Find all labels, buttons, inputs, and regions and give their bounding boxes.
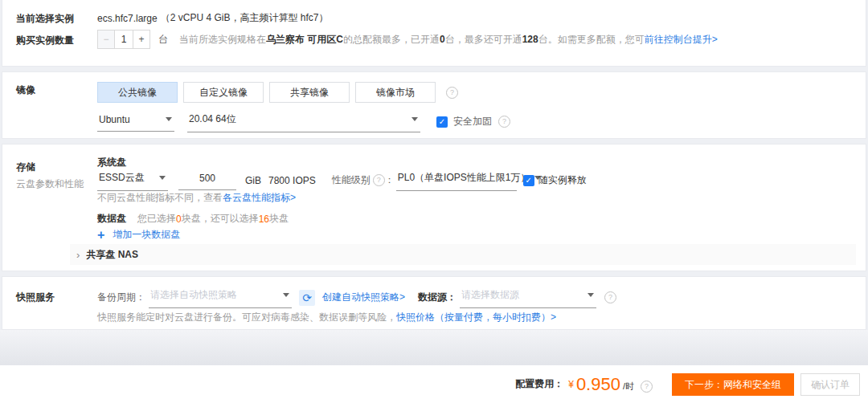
perf-level-label: 性能级别 <box>332 173 371 187</box>
add-data-disk-link[interactable]: 增加一块数据盘 <box>113 228 180 242</box>
snapshot-price-link[interactable]: 快照价格（按量付费，每小时扣费）> <box>396 311 556 324</box>
quantity-row: − 1 + 台 当前所选实例规格在 乌兰察布 可用区C 的总配额最多，已开通 0… <box>97 30 718 49</box>
footer-bar: 配置费用： ¥ 0.950 /时 ? 下一步：网络和安全组 确认订单 <box>0 365 868 403</box>
quota-text-1: 当前所选实例规格在 <box>179 33 266 47</box>
data-disk-text-3: 块盘 <box>269 212 289 226</box>
data-disk-row: 数据盘 您已选择 0 块盘，还可以选择 16 块盘 <box>97 212 289 226</box>
storage-sublabel: 云盘参数和性能 <box>16 177 84 191</box>
perf-level-value: PL0（单盘IOPS性能上限1万） <box>398 171 530 185</box>
backup-policy-placeholder: 请选择自动快照策略 <box>150 288 237 302</box>
quantity-label: 购买实例数量 <box>16 34 74 47</box>
snapshot-config-row: 备份周期： 请选择自动快照策略 ⟳ 创建自动快照策略> 数据源： 请选择数据源 … <box>97 287 616 308</box>
quota-text-3: 台，最多还可开通 <box>445 33 522 47</box>
caret-down-icon <box>283 293 289 297</box>
data-disk-text-2: 块盘，还可以选择 <box>182 212 259 226</box>
quota-text-2: 的总配额最多，已开通 <box>343 33 440 47</box>
perf-colon: ： <box>385 173 395 187</box>
perf-level-select[interactable]: PL0（单盘IOPS性能上限1万） <box>396 169 517 191</box>
next-step-button[interactable]: 下一步：网络和安全组 <box>672 373 794 396</box>
confirm-order-button[interactable]: 确认订单 <box>800 373 860 396</box>
quantity-unit: 台 <box>158 33 168 47</box>
disk-perf-hint-row: 不同云盘性能指标不同，查看 各云盘性能指标> <box>97 191 296 205</box>
data-source-label: 数据源： <box>418 291 457 304</box>
image-label: 镜像 <box>16 83 35 97</box>
security-checkbox[interactable]: ✓ <box>436 116 448 128</box>
os-version-value: 20.04 64位 <box>189 112 236 126</box>
quota-text-4: 台。如需更多配额，您可 <box>538 33 645 47</box>
snapshot-hint: 快照服务能定时对云盘进行备份。可应对病毒感染、数据误删等风险， <box>97 311 396 324</box>
add-icon: + <box>97 229 104 242</box>
os-select[interactable]: Ubuntu <box>97 112 174 132</box>
security-label: 安全加固 <box>453 115 492 128</box>
storage-label: 存储 <box>16 161 35 174</box>
ecs-purchase-page: 当前选择实例 ecs.hfc7.large （2 vCPU 4 GiB，高主频计… <box>0 0 868 403</box>
security-help-icon[interactable]: ? <box>498 116 510 128</box>
quota-opened-count: 0 <box>440 34 445 45</box>
shared-disk-nas-row[interactable]: › 共享盘 NAS <box>70 244 856 265</box>
caret-down-icon <box>159 176 166 180</box>
snapshot-hint-row: 快照服务能定时对云盘进行备份。可应对病毒感染、数据误删等风险， 快照价格（按量付… <box>97 311 556 324</box>
data-disk-selected-count: 0 <box>176 214 182 225</box>
quota-max-count: 128 <box>522 34 538 45</box>
quantity-value[interactable]: 1 <box>115 31 133 48</box>
disk-type-select[interactable]: ESSD云盘 <box>97 169 168 191</box>
disk-iops: 7800 IOPS <box>268 175 316 186</box>
section-storage: 存储 云盘参数和性能 系统盘 ESSD云盘 500 GiB 7800 IOPS … <box>2 144 866 271</box>
price-value: 0.950 <box>576 376 620 393</box>
quantity-stepper[interactable]: − 1 + <box>97 30 150 49</box>
current-instance-value: ecs.hfc7.large （2 vCPU 4 GiB，高主频计算型 hfc7… <box>97 11 328 25</box>
data-disk-label: 数据盘 <box>97 212 126 226</box>
section-instance: 当前选择实例 ecs.hfc7.large （2 vCPU 4 GiB，高主频计… <box>2 0 866 67</box>
disk-size-unit: GiB <box>245 175 261 186</box>
instance-spec: （2 vCPU 4 GiB，高主频计算型 hfc7） <box>161 11 329 25</box>
tab-public-image[interactable]: 公共镜像 <box>97 82 178 103</box>
price-unit: /时 <box>623 381 634 393</box>
caret-down-icon <box>166 117 172 121</box>
section-image: 镜像 公共镜像 自定义镜像 共享镜像 镜像市场 ? Ubuntu 20.04 6… <box>2 71 866 139</box>
instance-name: ecs.hfc7.large <box>97 13 158 24</box>
data-source-placeholder: 请选择数据源 <box>461 288 519 302</box>
system-disk-title-row: 系统盘 <box>97 156 126 169</box>
refresh-icon[interactable]: ⟳ <box>299 290 315 306</box>
image-help-icon[interactable]: ? <box>446 87 458 99</box>
price-label: 配置费用： <box>515 377 563 391</box>
caret-down-icon <box>411 117 418 121</box>
os-version-select[interactable]: 20.04 64位 <box>187 111 420 132</box>
shared-disk-nas-label: 共享盘 NAS <box>86 248 138 262</box>
currency-symbol: ¥ <box>568 379 574 390</box>
caret-down-icon <box>588 293 594 297</box>
disk-perf-hint: 不同云盘性能指标不同，查看 <box>97 191 223 205</box>
system-disk-label: 系统盘 <box>97 156 126 169</box>
os-select-value: Ubuntu <box>99 114 130 125</box>
image-select-row: Ubuntu 20.04 64位 ✓ 安全加固 ? <box>97 111 510 132</box>
disk-size-input[interactable]: 500 <box>178 171 236 190</box>
background-band <box>0 330 868 365</box>
data-source-select[interactable]: 请选择数据源 <box>460 287 596 308</box>
tab-shared-image[interactable]: 共享镜像 <box>269 82 350 103</box>
minus-icon[interactable]: − <box>98 31 115 48</box>
release-with-instance-checkbox[interactable]: ✓ <box>523 175 534 186</box>
price-help-icon[interactable]: ? <box>641 381 653 393</box>
quota-region: 乌兰察布 可用区C <box>266 33 343 47</box>
snapshot-label: 快照服务 <box>16 291 55 304</box>
create-snapshot-policy-link[interactable]: 创建自动快照策略> <box>322 291 405 304</box>
image-tabs: 公共镜像 自定义镜像 共享镜像 镜像市场 ? <box>97 82 458 103</box>
disk-perf-metrics-link[interactable]: 各云盘性能指标> <box>223 191 296 205</box>
disk-type-value: ESSD云盘 <box>99 171 145 185</box>
price-area: 配置费用： ¥ 0.950 /时 ? <box>515 376 653 393</box>
plus-icon[interactable]: + <box>133 31 149 48</box>
backup-policy-select[interactable]: 请选择自动快照策略 <box>149 287 292 308</box>
system-disk-row: ESSD云盘 500 GiB 7800 IOPS 性能级别 ? ： PL0（单盘… <box>97 169 587 191</box>
perf-help-icon[interactable]: ? <box>373 174 385 186</box>
snapshot-help-icon[interactable]: ? <box>604 291 616 303</box>
add-data-disk-row[interactable]: + 增加一块数据盘 <box>97 228 180 242</box>
chevron-right-icon: › <box>76 249 80 261</box>
section-snapshot: 快照服务 备份周期： 请选择自动快照策略 ⟳ 创建自动快照策略> 数据源： 请选… <box>2 276 866 330</box>
tab-custom-image[interactable]: 自定义镜像 <box>183 82 264 103</box>
quota-console-link[interactable]: 前往控制台提升> <box>645 33 718 47</box>
tab-image-market[interactable]: 镜像市场 <box>355 82 436 103</box>
current-instance-label: 当前选择实例 <box>16 12 74 26</box>
backup-cycle-label: 备份周期： <box>97 291 145 304</box>
data-disk-max-count: 16 <box>259 214 269 225</box>
release-with-instance-label: 随实例释放 <box>538 173 587 187</box>
